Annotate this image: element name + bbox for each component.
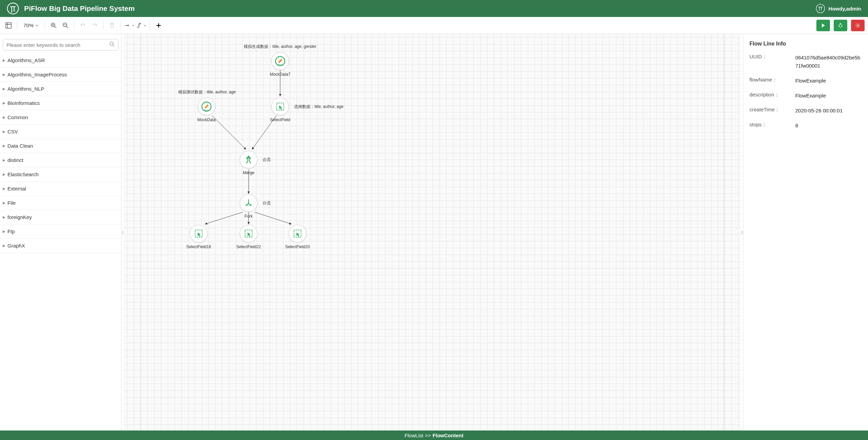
logo-icon — [7, 2, 19, 15]
sidebar-item-label: Ftp — [7, 228, 15, 234]
info-key: flowName： — [749, 77, 795, 83]
gear-icon — [855, 23, 861, 28]
run-button[interactable] — [816, 20, 830, 31]
right-panel: Flow Line Info UUID：0641076d5ae840c09d2b… — [743, 34, 868, 430]
sidebar-item-label: Algorithms_NLP — [7, 86, 44, 92]
select-icon — [243, 228, 254, 239]
undo-button[interactable] — [78, 20, 88, 31]
svg-rect-4 — [6, 23, 11, 28]
separator — [103, 21, 104, 30]
info-value: FlowExample — [795, 77, 862, 85]
search-box[interactable] — [3, 39, 119, 51]
sidebar-item[interactable]: ▶External — [0, 182, 121, 196]
node-selectfield22[interactable]: SelectField22 — [240, 225, 257, 242]
node-mockdata7[interactable]: Mock MockData7 模拟生成数据：title, author, age… — [271, 52, 289, 70]
zoom-dropdown[interactable]: 70% — [21, 22, 41, 28]
svg-point-18 — [840, 23, 841, 24]
sidebar-item[interactable]: ▶Common — [0, 110, 121, 125]
connector-style-button[interactable] — [136, 20, 146, 31]
chevron-right-icon: ▶ — [3, 230, 5, 233]
panel-title: Flow Line Info — [749, 41, 862, 47]
breadcrumb-current: FlowContent — [433, 433, 464, 438]
node-merge[interactable]: Merge 合流 — [240, 151, 257, 168]
sidebar-item[interactable]: ▶distinct — [0, 153, 121, 167]
bug-icon — [838, 23, 843, 28]
svg-line-8 — [55, 26, 56, 28]
sidebar-item[interactable]: ▶foreignKey — [0, 210, 121, 224]
sidebar-item[interactable]: ▶File — [0, 196, 121, 210]
select-icon — [292, 228, 303, 239]
select-icon — [194, 228, 204, 239]
node-selectfield18[interactable]: SelectField18 — [190, 225, 207, 242]
chevron-right-icon: ▶ — [3, 58, 5, 62]
chevron-right-icon: ▶ — [3, 87, 5, 91]
canvas[interactable]: Mock MockData7 模拟生成数据：title, author, age… — [124, 34, 741, 430]
chevron-right-icon: ▶ — [3, 115, 5, 119]
zoom-out-button[interactable] — [60, 20, 71, 31]
info-key: UUID： — [749, 54, 795, 60]
redo-button[interactable] — [90, 20, 100, 31]
toolbar: 70% — [0, 17, 868, 34]
header-left: PiFlow Big Data Pipeline System — [7, 2, 135, 15]
sidebar-item[interactable]: ▶Data Clean — [0, 139, 121, 153]
play-icon — [821, 23, 826, 28]
chevron-right-icon: ▶ — [3, 201, 5, 205]
svg-point-23 — [857, 24, 859, 26]
header-right[interactable]: Howdy,admin — [816, 4, 861, 13]
sidebar-item-label: GraphX — [7, 243, 25, 249]
undo-icon — [80, 22, 86, 29]
info-value: 8 — [795, 122, 862, 130]
sidebar-item-label: BioInformatics — [7, 100, 40, 106]
breadcrumb-link[interactable]: FlowList — [404, 433, 423, 438]
info-key: description： — [749, 92, 795, 98]
svg-text:Mock: Mock — [278, 63, 283, 66]
search-icon — [109, 41, 115, 48]
svg-line-19 — [838, 25, 839, 25]
sidebar-item[interactable]: ▶BioInformatics — [0, 96, 121, 110]
svg-point-17 — [839, 24, 842, 28]
sidebar-item-label: foreignKey — [7, 214, 32, 220]
category-list[interactable]: ▶Algorithms_ASR▶Algorithms_ImageProcess▶… — [0, 53, 121, 430]
info-row: UUID：0641076d5ae840c09d2be5b71fw00001 — [749, 54, 862, 70]
sidebar-item[interactable]: ▶ElasticSearch — [0, 167, 121, 182]
node-selectfield[interactable]: SelectField 选择数据：title, author, age — [271, 98, 289, 115]
svg-point-2 — [14, 10, 15, 12]
sidebar-item[interactable]: ▶Algorithms_ImageProcess — [0, 68, 121, 82]
layout-button[interactable] — [3, 20, 14, 31]
sidebar-item[interactable]: ▶GraphX — [0, 239, 121, 253]
select-icon — [275, 102, 285, 112]
chevron-down-icon — [144, 24, 146, 27]
add-button[interactable] — [153, 20, 164, 31]
sidebar-item[interactable]: ▶Ftp — [0, 224, 121, 239]
arrow-style-button[interactable] — [124, 20, 134, 31]
mock-icon: Mock — [201, 101, 212, 112]
svg-point-24 — [110, 42, 113, 45]
main-content: ▶Algorithms_ASR▶Algorithms_ImageProcess▶… — [0, 34, 868, 430]
chevron-right-icon: ▶ — [3, 101, 5, 105]
settings-button[interactable] — [851, 20, 865, 31]
svg-point-3 — [816, 4, 825, 13]
sidebar-item[interactable]: ▶CSV — [0, 125, 121, 139]
info-row: flowName：FlowExample — [749, 77, 862, 85]
merge-icon — [243, 154, 254, 165]
breadcrumb-footer: FlowList >> FlowContent — [0, 430, 868, 440]
debug-button[interactable] — [834, 20, 847, 31]
node-mockdata[interactable]: Mock MockData 模拟测试数据：title, author, age — [198, 98, 215, 115]
zoom-in-icon — [51, 22, 57, 29]
user-icon — [816, 4, 825, 13]
chevron-right-icon: ▶ — [3, 73, 5, 76]
sidebar-item[interactable]: ▶Algorithms_ASR — [0, 53, 121, 68]
svg-line-25 — [113, 45, 114, 46]
chevron-right-icon: ▶ — [3, 130, 5, 133]
zoom-in-button[interactable] — [49, 20, 59, 31]
trash-icon — [109, 22, 115, 29]
search-input[interactable] — [6, 42, 109, 48]
app-header: PiFlow Big Data Pipeline System Howdy,ad… — [0, 0, 868, 17]
node-fork[interactable]: Fork 分流 — [240, 194, 257, 212]
svg-point-0 — [7, 3, 18, 14]
node-selectfield20[interactable]: SelectField20 — [289, 225, 306, 242]
mock-icon: Mock — [274, 55, 286, 67]
info-row: stops：8 — [749, 122, 862, 130]
sidebar-item[interactable]: ▶Algorithms_NLP — [0, 82, 121, 96]
delete-button[interactable] — [107, 20, 117, 31]
